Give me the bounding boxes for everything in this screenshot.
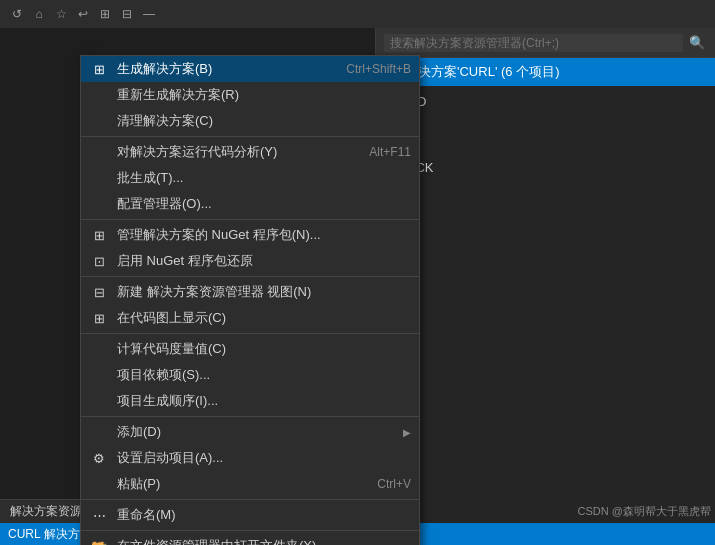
solution-search-input[interactable] xyxy=(384,34,683,52)
paste-shortcut: Ctrl+V xyxy=(377,477,411,491)
generate-icon: ⊞ xyxy=(87,62,111,77)
toolbar-grid-icon[interactable]: ⊞ xyxy=(96,5,114,23)
generate-shortcut: Ctrl+Shift+B xyxy=(346,62,411,76)
menu-item-complexity[interactable]: 计算代码度量值(C) xyxy=(81,336,419,362)
toolbar-back-icon[interactable]: ↺ xyxy=(8,5,26,23)
new-view-icon: ⊟ xyxy=(87,285,111,300)
separator-2 xyxy=(81,219,419,220)
deps-label: 项目依赖项(S)... xyxy=(117,366,210,384)
menu-item-open-folder[interactable]: 📂 在文件资源管理器中打开文件夹(X) xyxy=(81,533,419,545)
menu-item-batch[interactable]: 批生成(T)... xyxy=(81,165,419,191)
batch-label: 批生成(T)... xyxy=(117,169,183,187)
menu-item-config[interactable]: 配置管理器(O)... xyxy=(81,191,419,217)
search-icon[interactable]: 🔍 xyxy=(687,33,707,53)
menu-item-regenerate[interactable]: 重新生成解决方案(R) xyxy=(81,82,419,108)
separator-4 xyxy=(81,333,419,334)
open-folder-label: 在文件资源管理器中打开文件夹(X) xyxy=(117,537,316,545)
solution-explorer-panel: 🔍 📁 解决方案'CURL' (6 个项目) BUILD ALL all CHE… xyxy=(375,28,715,545)
context-menu: ⊞ 生成解决方案(B) Ctrl+Shift+B 重新生成解决方案(R) 清理解… xyxy=(80,55,420,545)
generate-label: 生成解决方案(B) xyxy=(117,60,212,78)
menu-item-restore[interactable]: ⊡ 启用 NuGet 程序包还原 xyxy=(81,248,419,274)
menu-item-rename[interactable]: ⋯ 重命名(M) xyxy=(81,502,419,528)
toolbar-window-icon[interactable]: — xyxy=(140,5,158,23)
tree-item-all[interactable]: all xyxy=(376,134,715,156)
toolbar-home-icon[interactable]: ⌂ xyxy=(30,5,48,23)
analyze-label: 对解决方案运行代码分析(Y) xyxy=(117,143,277,161)
solution-tree: BUILD ALL all CHECK xyxy=(376,86,715,182)
restore-label: 启用 NuGet 程序包还原 xyxy=(117,252,253,270)
tree-item-build[interactable]: BUILD xyxy=(376,90,715,112)
solution-title: 解决方案'CURL' (6 个项目) xyxy=(405,63,559,81)
restore-icon: ⊡ xyxy=(87,254,111,269)
toolbar-return-icon[interactable]: ↩ xyxy=(74,5,92,23)
menu-item-new-view[interactable]: ⊟ 新建 解决方案资源管理器 视图(N) xyxy=(81,279,419,305)
menu-item-order[interactable]: 项目生成顺序(I)... xyxy=(81,388,419,414)
codemap-icon: ⊞ xyxy=(87,311,111,326)
rename-label: 重命名(M) xyxy=(117,506,176,524)
menu-item-codemap[interactable]: ⊞ 在代码图上显示(C) xyxy=(81,305,419,331)
rename-icon: ⋯ xyxy=(87,508,111,523)
codemap-label: 在代码图上显示(C) xyxy=(117,309,226,327)
top-toolbar: ↺ ⌂ ☆ ↩ ⊞ ⊟ — xyxy=(0,0,715,28)
menu-item-add[interactable]: 添加(D) ▶ xyxy=(81,419,419,445)
toolbar-minus-icon[interactable]: ⊟ xyxy=(118,5,136,23)
startup-label: 设置启动项目(A)... xyxy=(117,449,223,467)
new-view-label: 新建 解决方案资源管理器 视图(N) xyxy=(117,283,311,301)
separator-3 xyxy=(81,276,419,277)
add-label: 添加(D) xyxy=(117,423,161,441)
paste-label: 粘贴(P) xyxy=(117,475,160,493)
analyze-shortcut: Alt+F11 xyxy=(369,145,411,159)
nuget-label: 管理解决方案的 NuGet 程序包(N)... xyxy=(117,226,321,244)
separator-1 xyxy=(81,136,419,137)
startup-icon: ⚙ xyxy=(87,451,111,466)
open-folder-icon: 📂 xyxy=(87,539,111,546)
menu-item-paste[interactable]: 粘贴(P) Ctrl+V xyxy=(81,471,419,497)
add-arrow-icon: ▶ xyxy=(403,427,411,438)
menu-item-analyze[interactable]: 对解决方案运行代码分析(Y) Alt+F11 xyxy=(81,139,419,165)
menu-item-generate[interactable]: ⊞ 生成解决方案(B) Ctrl+Shift+B xyxy=(81,56,419,82)
menu-item-deps[interactable]: 项目依赖项(S)... xyxy=(81,362,419,388)
order-label: 项目生成顺序(I)... xyxy=(117,392,218,410)
separator-6 xyxy=(81,499,419,500)
tree-item-check[interactable]: CHECK xyxy=(376,156,715,178)
clean-label: 清理解决方案(C) xyxy=(117,112,213,130)
complexity-label: 计算代码度量值(C) xyxy=(117,340,226,358)
separator-5 xyxy=(81,416,419,417)
toolbar-star-icon[interactable]: ☆ xyxy=(52,5,70,23)
separator-7 xyxy=(81,530,419,531)
menu-item-startup[interactable]: ⚙ 设置启动项目(A)... xyxy=(81,445,419,471)
watermark-text: CSDN @森明帮大于黑虎帮 xyxy=(578,504,711,519)
solution-search-bar: 🔍 xyxy=(376,28,715,58)
solution-header: 📁 解决方案'CURL' (6 个项目) xyxy=(376,58,715,86)
config-label: 配置管理器(O)... xyxy=(117,195,212,213)
tree-item-all-caps[interactable]: ALL xyxy=(376,112,715,134)
menu-item-nuget[interactable]: ⊞ 管理解决方案的 NuGet 程序包(N)... xyxy=(81,222,419,248)
regenerate-label: 重新生成解决方案(R) xyxy=(117,86,239,104)
nuget-icon: ⊞ xyxy=(87,228,111,243)
menu-item-clean[interactable]: 清理解决方案(C) xyxy=(81,108,419,134)
